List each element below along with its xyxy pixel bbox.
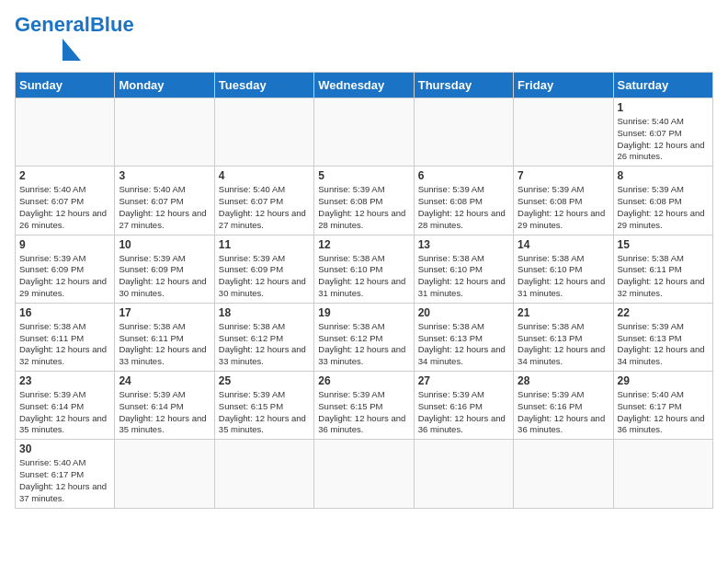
calendar-cell: 16Sunrise: 5:38 AM Sunset: 6:11 PM Dayli… xyxy=(16,303,115,371)
day-number: 2 xyxy=(19,169,110,182)
day-info: Sunrise: 5:39 AM Sunset: 6:08 PM Dayligh… xyxy=(518,184,609,231)
header: GeneralBlue xyxy=(15,15,713,61)
day-number: 12 xyxy=(318,238,409,251)
day-info: Sunrise: 5:40 AM Sunset: 6:07 PM Dayligh… xyxy=(219,184,310,231)
calendar-cell: 11Sunrise: 5:39 AM Sunset: 6:09 PM Dayli… xyxy=(214,235,313,303)
svg-marker-0 xyxy=(63,39,81,61)
day-number: 5 xyxy=(318,169,409,182)
calendar-cell: 25Sunrise: 5:39 AM Sunset: 6:15 PM Dayli… xyxy=(214,372,313,440)
day-number: 22 xyxy=(618,306,709,319)
calendar-cell: 4Sunrise: 5:40 AM Sunset: 6:07 PM Daylig… xyxy=(214,167,313,235)
day-info: Sunrise: 5:40 AM Sunset: 6:07 PM Dayligh… xyxy=(119,184,210,231)
day-number: 19 xyxy=(318,306,409,319)
calendar-cell: 1Sunrise: 5:40 AM Sunset: 6:07 PM Daylig… xyxy=(613,98,712,167)
calendar-cell: 17Sunrise: 5:38 AM Sunset: 6:11 PM Dayli… xyxy=(115,303,214,371)
day-number: 25 xyxy=(219,374,310,387)
week-row-2: 2Sunrise: 5:40 AM Sunset: 6:07 PM Daylig… xyxy=(16,167,713,235)
weekday-header-tuesday: Tuesday xyxy=(214,73,313,98)
day-info: Sunrise: 5:40 AM Sunset: 6:17 PM Dayligh… xyxy=(618,389,709,436)
day-number: 16 xyxy=(19,306,110,319)
calendar-cell: 9Sunrise: 5:39 AM Sunset: 6:09 PM Daylig… xyxy=(16,235,115,303)
week-row-4: 16Sunrise: 5:38 AM Sunset: 6:11 PM Dayli… xyxy=(16,303,713,371)
logo-general: General xyxy=(15,13,90,36)
day-info: Sunrise: 5:38 AM Sunset: 6:11 PM Dayligh… xyxy=(119,321,210,368)
calendar-cell: 6Sunrise: 5:39 AM Sunset: 6:08 PM Daylig… xyxy=(414,167,513,235)
day-info: Sunrise: 5:38 AM Sunset: 6:11 PM Dayligh… xyxy=(19,321,110,368)
calendar-cell: 20Sunrise: 5:38 AM Sunset: 6:13 PM Dayli… xyxy=(414,303,513,371)
day-info: Sunrise: 5:38 AM Sunset: 6:13 PM Dayligh… xyxy=(518,321,609,368)
day-number: 21 xyxy=(518,306,609,319)
weekday-header-friday: Friday xyxy=(514,73,613,98)
calendar-cell xyxy=(314,98,414,167)
day-number: 30 xyxy=(19,442,110,455)
week-row-6: 30Sunrise: 5:40 AM Sunset: 6:17 PM Dayli… xyxy=(16,440,713,508)
logo-icon xyxy=(15,35,88,61)
calendar-cell: 28Sunrise: 5:39 AM Sunset: 6:16 PM Dayli… xyxy=(514,372,613,440)
weekday-header-wednesday: Wednesday xyxy=(314,73,414,98)
day-info: Sunrise: 5:38 AM Sunset: 6:10 PM Dayligh… xyxy=(418,253,509,300)
day-info: Sunrise: 5:39 AM Sunset: 6:16 PM Dayligh… xyxy=(518,389,609,436)
day-info: Sunrise: 5:40 AM Sunset: 6:17 PM Dayligh… xyxy=(19,457,110,504)
day-number: 14 xyxy=(518,238,609,251)
calendar-cell xyxy=(514,98,613,167)
day-number: 11 xyxy=(219,238,310,251)
day-info: Sunrise: 5:38 AM Sunset: 6:11 PM Dayligh… xyxy=(618,253,709,300)
calendar-cell: 10Sunrise: 5:39 AM Sunset: 6:09 PM Dayli… xyxy=(115,235,214,303)
day-number: 17 xyxy=(119,306,210,319)
day-info: Sunrise: 5:39 AM Sunset: 6:08 PM Dayligh… xyxy=(618,184,709,231)
calendar-cell: 7Sunrise: 5:39 AM Sunset: 6:08 PM Daylig… xyxy=(514,167,613,235)
day-number: 26 xyxy=(318,374,409,387)
logo: GeneralBlue xyxy=(15,15,134,61)
day-info: Sunrise: 5:40 AM Sunset: 6:07 PM Dayligh… xyxy=(19,184,110,231)
logo-blue: Blue xyxy=(90,13,134,36)
weekday-header-saturday: Saturday xyxy=(613,73,712,98)
day-info: Sunrise: 5:39 AM Sunset: 6:15 PM Dayligh… xyxy=(219,389,310,436)
calendar-cell: 12Sunrise: 5:38 AM Sunset: 6:10 PM Dayli… xyxy=(314,235,414,303)
day-info: Sunrise: 5:38 AM Sunset: 6:12 PM Dayligh… xyxy=(219,321,310,368)
calendar: SundayMondayTuesdayWednesdayThursdayFrid… xyxy=(15,72,713,509)
day-info: Sunrise: 5:39 AM Sunset: 6:09 PM Dayligh… xyxy=(119,253,210,300)
calendar-cell: 22Sunrise: 5:39 AM Sunset: 6:13 PM Dayli… xyxy=(613,303,712,371)
day-info: Sunrise: 5:39 AM Sunset: 6:16 PM Dayligh… xyxy=(418,389,509,436)
day-number: 28 xyxy=(518,374,609,387)
day-number: 9 xyxy=(19,238,110,251)
calendar-header: SundayMondayTuesdayWednesdayThursdayFrid… xyxy=(16,73,713,98)
calendar-cell xyxy=(314,440,414,508)
day-info: Sunrise: 5:39 AM Sunset: 6:09 PM Dayligh… xyxy=(219,253,310,300)
calendar-body: 1Sunrise: 5:40 AM Sunset: 6:07 PM Daylig… xyxy=(16,98,713,509)
calendar-cell: 19Sunrise: 5:38 AM Sunset: 6:12 PM Dayli… xyxy=(314,303,414,371)
day-info: Sunrise: 5:39 AM Sunset: 6:08 PM Dayligh… xyxy=(318,184,409,231)
calendar-cell xyxy=(214,98,313,167)
week-row-3: 9Sunrise: 5:39 AM Sunset: 6:09 PM Daylig… xyxy=(16,235,713,303)
day-number: 13 xyxy=(418,238,509,251)
calendar-cell: 29Sunrise: 5:40 AM Sunset: 6:17 PM Dayli… xyxy=(613,372,712,440)
calendar-cell: 30Sunrise: 5:40 AM Sunset: 6:17 PM Dayli… xyxy=(16,440,115,508)
day-info: Sunrise: 5:38 AM Sunset: 6:10 PM Dayligh… xyxy=(518,253,609,300)
calendar-cell: 26Sunrise: 5:39 AM Sunset: 6:15 PM Dayli… xyxy=(314,372,414,440)
calendar-cell xyxy=(414,98,513,167)
weekday-header-sunday: Sunday xyxy=(16,73,115,98)
calendar-cell: 15Sunrise: 5:38 AM Sunset: 6:11 PM Dayli… xyxy=(613,235,712,303)
week-row-5: 23Sunrise: 5:39 AM Sunset: 6:14 PM Dayli… xyxy=(16,372,713,440)
calendar-cell: 14Sunrise: 5:38 AM Sunset: 6:10 PM Dayli… xyxy=(514,235,613,303)
day-info: Sunrise: 5:39 AM Sunset: 6:13 PM Dayligh… xyxy=(618,321,709,368)
weekday-header-monday: Monday xyxy=(115,73,214,98)
calendar-cell: 3Sunrise: 5:40 AM Sunset: 6:07 PM Daylig… xyxy=(115,167,214,235)
calendar-cell: 18Sunrise: 5:38 AM Sunset: 6:12 PM Dayli… xyxy=(214,303,313,371)
day-number: 7 xyxy=(518,169,609,182)
day-number: 1 xyxy=(618,101,709,114)
weekday-header-thursday: Thursday xyxy=(414,73,513,98)
calendar-cell xyxy=(514,440,613,508)
calendar-cell xyxy=(115,98,214,167)
day-number: 20 xyxy=(418,306,509,319)
day-info: Sunrise: 5:40 AM Sunset: 6:07 PM Dayligh… xyxy=(618,116,709,163)
calendar-cell: 21Sunrise: 5:38 AM Sunset: 6:13 PM Dayli… xyxy=(514,303,613,371)
day-number: 23 xyxy=(19,374,110,387)
day-info: Sunrise: 5:39 AM Sunset: 6:09 PM Dayligh… xyxy=(19,253,110,300)
calendar-cell: 24Sunrise: 5:39 AM Sunset: 6:14 PM Dayli… xyxy=(115,372,214,440)
weekday-row: SundayMondayTuesdayWednesdayThursdayFrid… xyxy=(16,73,713,98)
day-number: 18 xyxy=(219,306,310,319)
calendar-cell: 8Sunrise: 5:39 AM Sunset: 6:08 PM Daylig… xyxy=(613,167,712,235)
day-info: Sunrise: 5:38 AM Sunset: 6:12 PM Dayligh… xyxy=(318,321,409,368)
day-number: 8 xyxy=(618,169,709,182)
